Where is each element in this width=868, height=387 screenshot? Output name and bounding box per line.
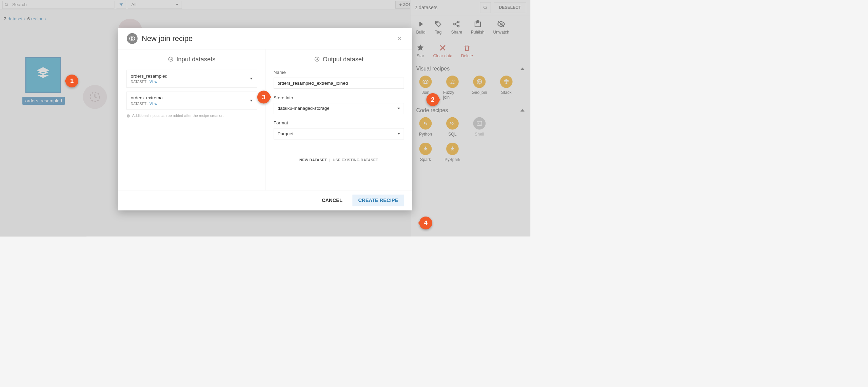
name-label: Name: [274, 70, 404, 75]
callout-4: 4: [419, 217, 432, 229]
store-into-select[interactable]: dataiku-managed-storage: [274, 103, 404, 114]
new-dataset-tab[interactable]: NEW DATASET: [299, 158, 327, 162]
cancel-button[interactable]: CANCEL: [318, 195, 346, 206]
output-dataset-heading: Output dataset: [274, 56, 404, 63]
input-dataset-row[interactable]: orders_extrema DATASET - View: [126, 92, 257, 110]
close-button[interactable]: ✕: [395, 35, 403, 42]
callout-1: 1: [65, 75, 78, 87]
view-link[interactable]: View: [150, 80, 157, 84]
view-link[interactable]: View: [150, 102, 157, 106]
join-icon: [127, 33, 138, 44]
input-datasets-heading: Input datasets: [126, 56, 257, 63]
additional-inputs-hint: Additional inputs can be added after the…: [126, 114, 257, 118]
use-existing-dataset-tab[interactable]: USE EXISTING DATASET: [333, 158, 378, 162]
chevron-down-icon: [250, 100, 252, 102]
create-recipe-button[interactable]: CREATE RECIPE: [352, 195, 404, 206]
svg-rect-27: [128, 116, 129, 117]
format-label: Format: [274, 120, 404, 126]
chevron-down-icon: [250, 78, 252, 80]
svg-rect-28: [128, 115, 129, 115]
output-name-input[interactable]: [274, 78, 404, 89]
store-into-label: Store into: [274, 95, 404, 100]
minimize-button[interactable]: —: [382, 35, 391, 42]
callout-3: 3: [257, 91, 270, 104]
callout-2: 2: [426, 93, 439, 106]
modal-title: New join recipe: [142, 34, 378, 43]
new-join-recipe-modal: New join recipe — ✕ Input datasets order…: [118, 28, 412, 210]
format-select[interactable]: Parquet: [274, 128, 404, 139]
chevron-down-icon: [398, 133, 400, 135]
chevron-down-icon: [398, 108, 400, 109]
modal-backdrop: New join recipe — ✕ Input datasets order…: [0, 0, 530, 237]
input-dataset-row[interactable]: orders_resampled DATASET - View: [126, 70, 257, 88]
